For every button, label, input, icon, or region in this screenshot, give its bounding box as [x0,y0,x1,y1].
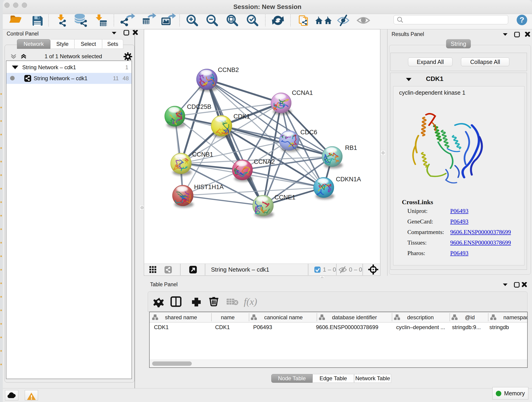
svg-text:CCNB2: CCNB2 [218,66,239,73]
svg-text:CDC25B: CDC25B [187,103,211,110]
svg-text:description: description [407,314,434,320]
svg-text:0 – 0: 0 – 0 [349,266,362,273]
svg-text:CCNA2: CCNA2 [254,158,275,165]
svg-text:CCNA1: CCNA1 [292,89,313,96]
svg-text:name: name [221,314,234,320]
svg-text:@id: @id [465,314,475,320]
svg-text:database identifier: database identifier [332,314,377,320]
svg-text:canonical name: canonical name [264,314,303,320]
svg-text:CCNB1: CCNB1 [192,151,213,158]
svg-text:CDK1: CDK1 [234,113,250,120]
svg-text:String Network – cdk1: String Network – cdk1 [211,266,269,273]
svg-text:HIST1H1A: HIST1H1A [194,184,224,191]
svg-text:1 – 0: 1 – 0 [323,266,336,273]
svg-text:namespace: namespace [503,314,527,320]
svg-text:RB1: RB1 [345,144,357,151]
svg-text:f(x): f(x) [244,296,257,307]
svg-text:CDC6: CDC6 [300,129,317,136]
svg-text:CCNE1: CCNE1 [274,194,296,201]
svg-text:?: ? [520,15,525,24]
svg-text:CDKN1A: CDKN1A [336,176,361,183]
svg-text:shared name: shared name [165,314,197,320]
